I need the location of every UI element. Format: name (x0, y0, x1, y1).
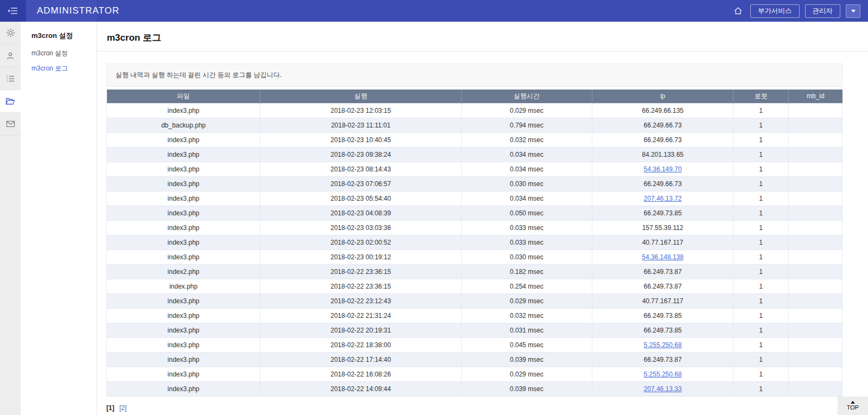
home-icon[interactable] (731, 4, 745, 18)
table-header-row: 파일 실행 실행시간 ip 로봇 mb_id (107, 90, 843, 103)
cell-file: index3.php (107, 381, 260, 396)
admin-dropdown-button[interactable] (846, 4, 860, 18)
cell-time: 2018-02-23 02:00:52 (260, 235, 461, 250)
rail-item-mail[interactable] (0, 113, 21, 136)
admin-button[interactable]: 관리자 (805, 4, 841, 18)
cell-file: index3.php (107, 352, 260, 367)
cell-mb_id (788, 352, 842, 367)
cell-time: 2018-02-23 09:38:24 (260, 147, 461, 162)
cell-mb_id (788, 220, 842, 235)
cell-mb_id (788, 381, 842, 396)
list-icon (6, 75, 15, 82)
addon-services-button[interactable]: 부가서비스 (750, 4, 800, 18)
rail-item-settings[interactable] (0, 22, 21, 44)
cell-ip: 66.249.73.87 (592, 279, 733, 293)
pagination: [1] [2] (106, 404, 843, 412)
ip-link[interactable]: 54.36.148.138 (642, 253, 684, 261)
cell-robot: 1 (733, 293, 789, 308)
table-row: index3.php2018-02-23 08:14:430.034 msec5… (107, 162, 843, 176)
ip-link[interactable]: 207.46.13.72 (644, 195, 682, 202)
ip-link[interactable]: 5.255.250.68 (644, 341, 682, 349)
sidebar-item-m3cron-log[interactable]: m3cron 로그 (31, 64, 97, 73)
cell-ip: 54.36.148.138 (592, 250, 733, 264)
table-row: index3.php2018-02-23 07:06:570.030 msec6… (107, 176, 843, 191)
rail-item-users[interactable] (0, 44, 21, 67)
cell-mb_id (788, 147, 842, 162)
cell-ip: 66.249.73.87 (592, 352, 733, 367)
caret-up-icon (851, 401, 855, 404)
ip-link[interactable]: 54.36.149.70 (644, 165, 682, 173)
page-title: m3cron 로그 (97, 22, 868, 52)
cell-file: index3.php (107, 132, 260, 147)
folder-open-icon (5, 97, 15, 105)
cell-file: index3.php (107, 308, 260, 323)
cell-robot: 1 (733, 352, 789, 367)
top-header-bar: ADMINISTRATOR 부가서비스 관리자 (0, 0, 868, 22)
cell-ip: 207.46.13.33 (592, 381, 733, 396)
cell-mb_id (788, 293, 842, 308)
cell-ip: 40.77.167.117 (592, 293, 733, 308)
table-row: index3.php2018-02-23 03:03:360.033 msec1… (107, 220, 843, 235)
column-header-robot: 로봇 (733, 90, 789, 103)
cell-mb_id (788, 279, 842, 293)
cell-exec: 0.029 msec (461, 367, 592, 381)
cell-robot: 1 (733, 132, 789, 147)
cell-exec: 0.031 msec (461, 323, 592, 337)
cell-mb_id (788, 206, 842, 220)
cell-mb_id (788, 132, 842, 147)
cell-file: index2.php (107, 264, 260, 279)
page-link-2[interactable]: [2] (119, 404, 126, 412)
column-header-mb-id: mb_id (788, 90, 842, 103)
page-link-1[interactable]: [1] (106, 404, 114, 412)
cell-ip: 66.249.73.85 (592, 308, 733, 323)
ip-link[interactable]: 207.46.13.33 (644, 385, 682, 393)
ip-link[interactable]: 5.255.250.68 (644, 371, 682, 378)
sidebar-item-m3cron-settings[interactable]: m3cron 설정 (31, 49, 97, 58)
cell-mb_id (788, 250, 842, 264)
cell-exec: 0.032 msec (461, 132, 592, 147)
cell-file: index3.php (107, 191, 260, 206)
top-button-label: TOP (847, 405, 859, 411)
cell-time: 2018-02-22 14:09:44 (260, 381, 461, 396)
rail-item-list[interactable] (0, 67, 21, 90)
scroll-to-top-button[interactable]: TOP (838, 397, 868, 415)
column-header-ip: ip (592, 90, 733, 103)
cell-mb_id (788, 235, 842, 250)
content-area: m3cron 로그 실행 내역과 실행 하는데 걸린 시간 등의 로그를 남깁니… (97, 22, 868, 415)
cell-robot: 1 (733, 235, 789, 250)
table-row: index3.php2018-02-22 16:08:260.029 msec5… (107, 367, 843, 381)
cell-file: index3.php (107, 367, 260, 381)
cell-robot: 1 (733, 323, 789, 337)
cell-robot: 1 (733, 162, 789, 176)
rail-item-cron[interactable] (0, 90, 21, 113)
cell-time: 2018-02-22 20:19:31 (260, 323, 461, 337)
cell-robot: 1 (733, 337, 789, 352)
cell-time: 2018-02-22 21:31:24 (260, 308, 461, 323)
description-text: 실행 내역과 실행 하는데 걸린 시간 등의 로그를 남깁니다. (116, 71, 282, 79)
cell-mb_id (788, 337, 842, 352)
cell-time: 2018-02-23 07:06:57 (260, 176, 461, 191)
sidebar-toggle-button[interactable] (0, 0, 26, 22)
table-row: index3.php2018-02-23 04:08:390.050 msec6… (107, 206, 843, 220)
cell-file: index3.php (107, 293, 260, 308)
cell-time: 2018-02-23 00:19:12 (260, 250, 461, 264)
cell-ip: 66.249.66.135 (592, 103, 733, 118)
cell-ip: 5.255.250.68 (592, 367, 733, 381)
cell-ip: 40.77.167.117 (592, 235, 733, 250)
table-row: index3.php2018-02-22 20:19:310.031 msec6… (107, 323, 843, 337)
cell-mb_id (788, 118, 842, 132)
cell-file: index.php (107, 279, 260, 293)
cell-ip: 66.249.66.73 (592, 176, 733, 191)
table-row: index.php2018-02-22 23:36:150.254 msec66… (107, 279, 843, 293)
cell-mb_id (788, 162, 842, 176)
cell-file: index3.php (107, 235, 260, 250)
cell-ip: 84.201.133.65 (592, 147, 733, 162)
cell-exec: 0.033 msec (461, 235, 592, 250)
cell-exec: 0.029 msec (461, 293, 592, 308)
gear-icon (6, 28, 15, 37)
cell-file: index3.php (107, 147, 260, 162)
table-row: index3.php2018-02-23 02:00:520.033 msec4… (107, 235, 843, 250)
cell-file: index3.php (107, 103, 260, 118)
cell-file: index3.php (107, 206, 260, 220)
cell-file: index3.php (107, 337, 260, 352)
